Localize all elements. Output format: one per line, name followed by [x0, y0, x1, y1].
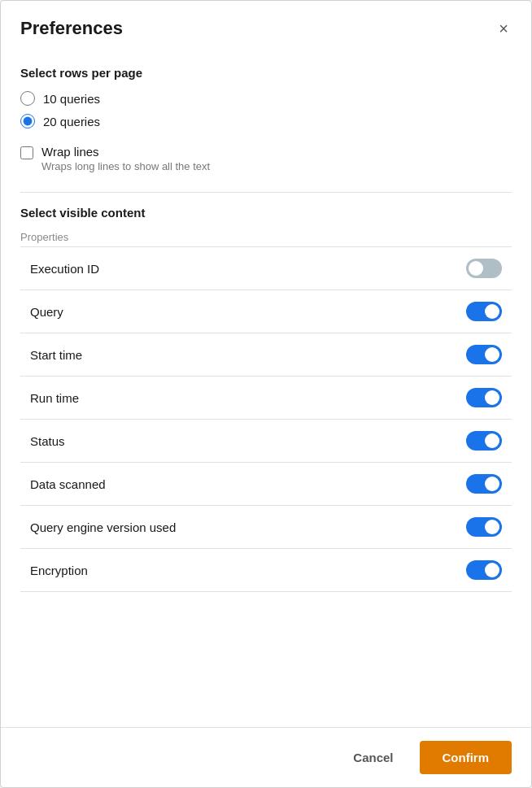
- property-name-status: Status: [30, 434, 65, 448]
- property-name-start-time: Start time: [30, 348, 82, 362]
- property-name-data-scanned: Data scanned: [30, 477, 106, 491]
- wrap-lines-label: Wrap lines: [41, 145, 210, 159]
- toggle-encryption-slider: [466, 560, 502, 580]
- radio-10-queries[interactable]: [20, 91, 35, 106]
- wrap-lines-description: Wraps long lines to show all the text: [41, 160, 210, 172]
- section-divider: [20, 192, 512, 193]
- confirm-button[interactable]: Confirm: [420, 741, 512, 774]
- visible-content-label: Select visible content: [20, 206, 512, 220]
- property-name-query: Query: [30, 305, 63, 319]
- rows-per-page-section: Select rows per page 10 queries 20 queri…: [20, 66, 512, 128]
- dialog-body: Select rows per page 10 queries 20 queri…: [1, 53, 531, 727]
- property-row-encryption: Encryption: [20, 549, 512, 592]
- visible-content-section: Select visible content Properties Execut…: [20, 206, 512, 592]
- toggle-query-engine[interactable]: [466, 517, 502, 537]
- toggle-status-slider: [466, 431, 502, 451]
- dialog-footer: Cancel Confirm: [1, 727, 531, 787]
- radio-option-10[interactable]: 10 queries: [20, 91, 512, 106]
- toggle-start-time[interactable]: [466, 345, 502, 364]
- property-row-run-time: Run time: [20, 377, 512, 420]
- toggle-query-slider: [466, 302, 502, 321]
- toggle-run-time[interactable]: [466, 388, 502, 407]
- toggle-execution-id[interactable]: [466, 259, 502, 278]
- radio-20-label: 20 queries: [43, 115, 100, 128]
- dialog-header: Preferences ×: [1, 1, 531, 53]
- toggle-query-engine-slider: [466, 517, 502, 537]
- property-row-execution-id: Execution ID: [20, 247, 512, 290]
- property-row-start-time: Start time: [20, 333, 512, 377]
- toggle-data-scanned[interactable]: [466, 474, 502, 494]
- wrap-lines-label-group: Wrap lines Wraps long lines to show all …: [41, 145, 210, 172]
- property-name-run-time: Run time: [30, 391, 79, 405]
- toggle-start-time-slider: [466, 345, 502, 364]
- property-row-data-scanned: Data scanned: [20, 463, 512, 506]
- property-name-encryption: Encryption: [30, 564, 88, 577]
- wrap-lines-option[interactable]: Wrap lines Wraps long lines to show all …: [20, 145, 512, 172]
- preferences-dialog: Preferences × Select rows per page 10 qu…: [0, 0, 532, 788]
- wrap-lines-checkbox[interactable]: [20, 146, 33, 159]
- close-button[interactable]: ×: [495, 17, 512, 40]
- toggle-status[interactable]: [466, 431, 502, 451]
- radio-option-20[interactable]: 20 queries: [20, 114, 512, 128]
- rows-per-page-label: Select rows per page: [20, 66, 512, 80]
- toggle-execution-id-slider: [466, 259, 502, 278]
- toggle-data-scanned-slider: [466, 474, 502, 494]
- property-row-query: Query: [20, 290, 512, 333]
- property-row-query-engine: Query engine version used: [20, 506, 512, 549]
- rows-per-page-radio-group: 10 queries 20 queries: [20, 91, 512, 128]
- properties-list: Execution ID Query Start time: [20, 246, 512, 592]
- cancel-button[interactable]: Cancel: [337, 741, 409, 774]
- property-row-status: Status: [20, 420, 512, 463]
- radio-10-label: 10 queries: [43, 92, 100, 106]
- property-name-execution-id: Execution ID: [30, 262, 99, 276]
- wrap-lines-section: Wrap lines Wraps long lines to show all …: [20, 145, 512, 172]
- property-name-query-engine: Query engine version used: [30, 520, 176, 534]
- toggle-run-time-slider: [466, 388, 502, 407]
- dialog-title: Preferences: [20, 18, 123, 39]
- properties-group-label: Properties: [20, 231, 512, 243]
- toggle-query[interactable]: [466, 302, 502, 321]
- toggle-encryption[interactable]: [466, 560, 502, 580]
- radio-20-queries[interactable]: [20, 114, 35, 128]
